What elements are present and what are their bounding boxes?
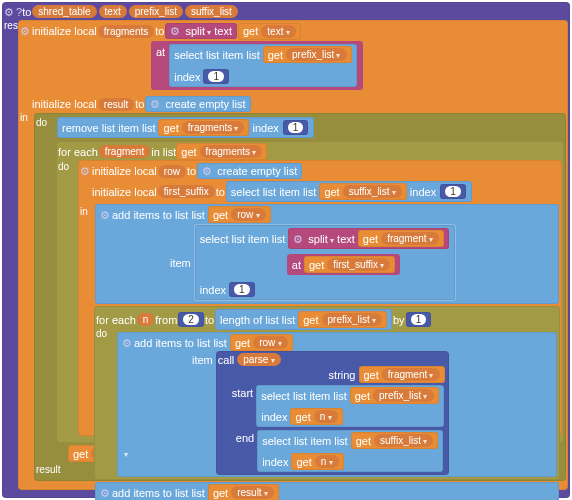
split-fragment-block[interactable]: split text get fragment (288, 228, 449, 249)
gear-icon[interactable] (100, 487, 112, 499)
for-each-fragment[interactable]: for each fragment in list get fragments … (56, 141, 564, 443)
gear-icon[interactable] (122, 337, 134, 349)
split-op[interactable]: split (185, 25, 211, 37)
init-local-keyword: initialize local (32, 25, 97, 37)
select-list-item-prefix-1[interactable]: select list item list get prefix_list in… (169, 44, 356, 87)
at-keyword: at (156, 46, 165, 58)
remove-list-item-block[interactable]: remove list item list get fragments inde… (57, 117, 314, 138)
create-empty-list-result[interactable]: create empty list (145, 96, 250, 112)
get-fragments-1[interactable]: get fragments (158, 119, 249, 136)
gear-icon[interactable] (20, 25, 32, 37)
procedure-name-field[interactable]: shred_table (32, 5, 96, 18)
add-items-row-splitfrag[interactable]: add items to list list get row item (95, 204, 559, 304)
get-fragment-1[interactable]: get fragment (358, 230, 444, 247)
number-block-1d[interactable]: 1 (229, 282, 255, 297)
remove-list-item-label: remove list item (62, 122, 139, 134)
length-of-list-prefix[interactable]: length of list list get prefix_list (215, 309, 392, 330)
get-text[interactable]: get text (238, 23, 301, 40)
text-keyword: text (214, 25, 232, 37)
number-block-1c[interactable]: 1 (440, 184, 466, 199)
call-parse-block[interactable]: call parse string get fragment (216, 351, 449, 475)
gear-icon[interactable] (4, 6, 16, 18)
gear-icon[interactable] (170, 25, 182, 37)
procedure-def[interactable]: ? to shred_table text prefix_list suffix… (2, 2, 570, 498)
get-fragments-2[interactable]: get fragments (176, 143, 267, 160)
get-suffix-list-2[interactable]: get suffix_list (351, 432, 438, 449)
get-prefix-list-2[interactable]: get prefix_list (298, 311, 387, 328)
to-keyword: to (135, 98, 144, 110)
procedure-header: ? to shred_table text prefix_list suffix… (4, 4, 568, 19)
add-items-result-row[interactable]: add items to list list get result item g… (95, 482, 559, 500)
to-keyword: to (22, 6, 31, 18)
parse-proc-name[interactable]: parse (237, 353, 280, 366)
do-keyword: do (36, 117, 47, 128)
var-prefix-list-ref[interactable]: prefix_list (286, 48, 346, 61)
select-list-item-suffix-1[interactable]: select list item list get suffix_list in… (226, 181, 472, 202)
param-text[interactable]: text (99, 5, 127, 18)
number-block-2[interactable]: 2 (178, 312, 204, 327)
index-keyword: index (174, 71, 200, 83)
param-prefix-list[interactable]: prefix_list (129, 5, 183, 18)
gear-icon[interactable] (80, 165, 92, 177)
gear-icon[interactable] (100, 209, 112, 221)
do-keyword: do (96, 328, 107, 339)
do-sequence-outer[interactable]: do remove list item list get fragments i… (34, 113, 566, 481)
in-list-keyword: in list (151, 146, 176, 158)
param-suffix-list[interactable]: suffix_list (185, 5, 238, 18)
init-local-fragments[interactable]: initialize local fragments to split text… (18, 20, 568, 490)
get-n-2[interactable]: get n (291, 453, 343, 470)
split-at-slot: at select list item list get prefix_list… (151, 41, 363, 90)
gear-icon[interactable] (150, 98, 162, 110)
gear-icon[interactable] (293, 233, 305, 245)
list-keyword: list (142, 122, 155, 134)
get-row-2[interactable]: get row (230, 334, 293, 351)
var-first-suffix-field[interactable]: first_suffix (158, 185, 215, 198)
get-fragment-2[interactable]: get fragment (359, 366, 445, 383)
number-block-1e[interactable]: 1 (406, 312, 432, 327)
create-empty-list-row[interactable]: create empty list (197, 163, 302, 179)
get-first-suffix[interactable]: get first_suffix (304, 256, 395, 273)
get-row-1[interactable]: get row (208, 206, 271, 223)
select-list-item-prefix-n[interactable]: select list item list get prefix_list (256, 385, 443, 427)
var-fragment-field[interactable]: fragment (99, 145, 150, 158)
get-suffix-list-1[interactable]: get suffix_list (319, 183, 406, 200)
init-local-keyword: initialize local (32, 98, 97, 110)
for-each-n[interactable]: for each n from 2 to length of list list… (94, 306, 560, 480)
for-each-keyword: for each (58, 146, 98, 158)
get-prefix-list-3[interactable]: get prefix_list (350, 387, 439, 404)
index-keyword: index (252, 122, 278, 134)
split-block[interactable]: split text (165, 23, 237, 39)
select-list-item-splitfrag[interactable]: select list item list split text get (194, 224, 456, 301)
select-list-item-suffix-n[interactable]: select list item list get suffix_list (257, 430, 443, 472)
number-block-1a[interactable]: 1 (203, 69, 229, 84)
gear-icon[interactable] (202, 165, 214, 177)
var-result-field[interactable]: result (98, 98, 134, 111)
get-prefix-list-1[interactable]: get prefix_list (263, 46, 352, 63)
init-local-row-firstsuffix[interactable]: initialize local row to create empty lis… (78, 160, 562, 436)
var-fragments-ref[interactable]: fragments (182, 121, 245, 134)
in-keyword: in (20, 112, 28, 123)
var-fragments-field[interactable]: fragments (98, 25, 154, 38)
to-keyword: to (155, 25, 164, 37)
add-items-row-parse[interactable]: add items to list list get row item (117, 332, 557, 477)
list-keyword: list (246, 49, 259, 61)
in-keyword: in (80, 206, 88, 217)
result-keyword: result (36, 464, 60, 475)
var-row-field[interactable]: row (158, 165, 186, 178)
get-result-1[interactable]: get result (208, 484, 279, 500)
get-n-1[interactable]: get n (290, 408, 342, 425)
select-list-item-label: select list item (174, 49, 243, 61)
var-n-field[interactable]: n (137, 313, 155, 326)
var-text-ref[interactable]: text (261, 25, 295, 38)
create-empty-list-label: create empty list (165, 98, 245, 110)
do-keyword: do (58, 161, 69, 172)
number-block-1b[interactable]: 1 (283, 120, 309, 135)
